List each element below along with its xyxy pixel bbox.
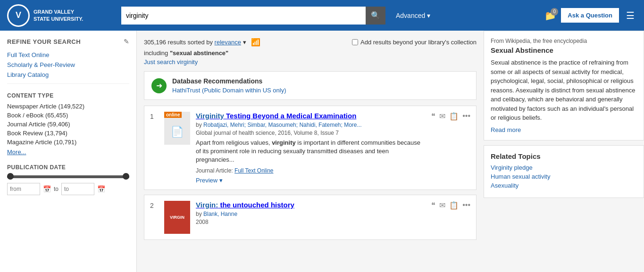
sidebar: REFINE YOUR SEARCH ✎ Full Text Online Sc… — [0, 31, 137, 272]
date-slider-track — [7, 175, 129, 178]
header-right: 📁 0 Ask a Question ☰ — [544, 8, 637, 23]
result-content-2: Virgin: the untouched history by Blank, … — [196, 201, 426, 234]
results-count: 305,196 results sorted by relevance ▾ — [144, 39, 246, 46]
more-icon-2[interactable]: ••• — [462, 201, 470, 209]
preview-link-1[interactable]: Preview ▾ — [196, 177, 223, 184]
advanced-button[interactable]: Advanced ▾ — [391, 12, 435, 19]
more-icon-1[interactable]: ••• — [462, 112, 470, 120]
search-bar: 🔍 — [121, 7, 385, 25]
result-type-1: Journal Article: Full Text Online — [196, 167, 426, 174]
sidebar-item-scholarly-peer-review[interactable]: Scholarly & Peer-Review — [7, 60, 129, 70]
refine-header: REFINE YOUR SEARCH ✎ — [7, 38, 129, 45]
related-topic-human-sexual-activity[interactable]: Human sexual activity — [491, 173, 637, 180]
search-input[interactable] — [121, 7, 366, 25]
logo-text: Grand Valley State University. — [33, 8, 83, 22]
including-line: including "sexual abstinence" — [144, 49, 477, 57]
filter-book-review[interactable]: Book Review (13,794) — [7, 129, 129, 138]
search-icon: 🔍 — [371, 11, 380, 20]
result-thumb-2: VIRGIN — [164, 201, 190, 234]
date-slider-thumb-left[interactable] — [7, 173, 14, 180]
result-actions-1: ❝ ✉ 📋 ••• — [431, 112, 470, 184]
result-item: 1 online 📄 Virginity Testing Beyond a Me… — [144, 106, 477, 190]
online-badge-1: online — [164, 112, 182, 118]
results-summary: 305,196 results sorted by relevance ▾ 📶 … — [144, 38, 477, 47]
sidebar-item-library-catalog[interactable]: Library Catalog — [7, 70, 129, 80]
read-more-link[interactable]: Read more — [491, 126, 521, 133]
date-inputs: 📅 to 📅 — [7, 183, 129, 195]
hamburger-button[interactable]: ☰ — [624, 10, 637, 21]
cite-icon-1[interactable]: ❝ — [431, 112, 435, 121]
filter-book-ebook[interactable]: Book / eBook (65,455) — [7, 111, 129, 120]
result-authors-2: by Blank, Hanne — [196, 211, 426, 217]
folder-button[interactable]: 📁 0 — [544, 10, 556, 21]
save-icon-2[interactable]: 📋 — [449, 201, 459, 210]
wikipedia-box: From Wikipedia, the free encyclopedia Se… — [484, 31, 644, 140]
result-authors-1: by Robatjazi, Mehri; Simbar, Masoumeh; N… — [196, 122, 426, 128]
filter-magazine-article[interactable]: Magazine Article (10,791) — [7, 138, 129, 147]
doc-icon-1: 📄 — [171, 126, 184, 138]
rss-icon[interactable]: 📶 — [251, 38, 260, 47]
author-link-2[interactable]: Blank, Hanne — [203, 211, 237, 217]
refine-title: REFINE YOUR SEARCH — [7, 38, 81, 45]
result-abstract-1: Apart from religious values, virginity i… — [196, 139, 426, 165]
add-results-label: Add results beyond your library's collec… — [352, 39, 477, 46]
hamburger-icon: ☰ — [626, 10, 635, 21]
result-thumb-1: online 📄 — [164, 112, 190, 184]
cite-icon-2[interactable]: ❝ — [431, 201, 435, 210]
logo-icon: V — [7, 4, 30, 27]
result-number-2: 2 — [150, 202, 159, 234]
results-area: 305,196 results sorted by relevance ▾ 📶 … — [137, 31, 484, 272]
db-rec-content: Database Recommendations HathiTrust (Pub… — [172, 77, 286, 94]
result-title-link-2[interactable]: Virgin: the untouched history — [196, 201, 294, 209]
book-thumb-2: VIRGIN — [164, 201, 190, 234]
date-to-label: to — [54, 186, 59, 192]
right-panel: From Wikipedia, the free encyclopedia Se… — [484, 31, 644, 272]
sort-relevance-link[interactable]: relevance — [215, 39, 241, 46]
date-to-input[interactable] — [61, 183, 94, 195]
add-results-checkbox[interactable] — [352, 39, 358, 45]
result-title-2: Virgin: the untouched history — [196, 201, 426, 209]
related-topics-title: Related Topics — [491, 152, 637, 160]
email-icon-1[interactable]: ✉ — [439, 112, 445, 121]
related-topics-box: Related Topics Virginity pledge Human se… — [484, 145, 644, 198]
db-rec-icon: ➜ — [151, 78, 167, 93]
result-title-link-1[interactable]: Virginity Testing Beyond a Medical Exami… — [196, 112, 356, 120]
calendar-to-icon[interactable]: 📅 — [97, 185, 105, 193]
db-recommendations-box: ➜ Database Recommendations HathiTrust (P… — [144, 71, 477, 100]
result-thumb-img-1: online 📄 — [164, 112, 190, 145]
content-type-title: CONTENT TYPE — [7, 92, 129, 99]
wiki-text: Sexual abstinence is the practice of ref… — [491, 58, 637, 123]
filter-newspaper-article[interactable]: Newspaper Article (149,522) — [7, 102, 129, 111]
date-from-input[interactable] — [7, 183, 40, 195]
full-text-online-link-1[interactable]: Full Text Online — [234, 167, 273, 174]
wiki-title: Sexual Abstinence — [491, 46, 637, 54]
result-actions-2: ❝ ✉ 📋 ••• — [431, 201, 470, 234]
sidebar-item-full-text-online[interactable]: Full Text Online — [7, 50, 129, 60]
result-source-2: 2008 — [196, 219, 426, 225]
content-type-more-link[interactable]: More... — [7, 148, 129, 156]
email-icon-2[interactable]: ✉ — [439, 201, 445, 210]
date-slider-fill — [7, 175, 129, 178]
result-content-1: Virginity Testing Beyond a Medical Exami… — [196, 112, 426, 184]
logo-area: V Grand Valley State University. — [7, 4, 116, 27]
result-item-2: 2 VIRGIN Virgin: the untouched history b… — [144, 195, 477, 240]
just-search-link[interactable]: Just search virginity — [144, 58, 477, 66]
save-icon-1[interactable]: 📋 — [449, 112, 459, 121]
filter-journal-article[interactable]: Journal Article (59,406) — [7, 120, 129, 129]
related-topic-virginity-pledge[interactable]: Virginity pledge — [491, 164, 637, 171]
result-source-1: Global journal of health science, 2016, … — [196, 130, 426, 136]
wiki-source: From Wikipedia, the free encyclopedia — [491, 38, 637, 44]
calendar-from-icon[interactable]: 📅 — [43, 185, 51, 193]
db-rec-title: Database Recommendations — [172, 77, 286, 85]
author-link-1[interactable]: Robatjazi, Mehri; Simbar, Masoumeh; Nahi… — [203, 122, 361, 128]
result-title-1: Virginity Testing Beyond a Medical Exami… — [196, 112, 426, 120]
result-number-1: 1 — [150, 113, 159, 184]
hathitrust-link[interactable]: HathiTrust (Public Domain within US only… — [172, 87, 286, 94]
edit-icon[interactable]: ✎ — [124, 38, 129, 45]
header: V Grand Valley State University. 🔍 Advan… — [0, 0, 644, 31]
date-slider-thumb-right[interactable] — [123, 173, 129, 180]
ask-question-button[interactable]: Ask a Question — [561, 8, 619, 23]
related-topic-asexuality[interactable]: Asexuality — [491, 182, 637, 189]
main-container: REFINE YOUR SEARCH ✎ Full Text Online Sc… — [0, 31, 644, 272]
search-button[interactable]: 🔍 — [366, 7, 385, 25]
